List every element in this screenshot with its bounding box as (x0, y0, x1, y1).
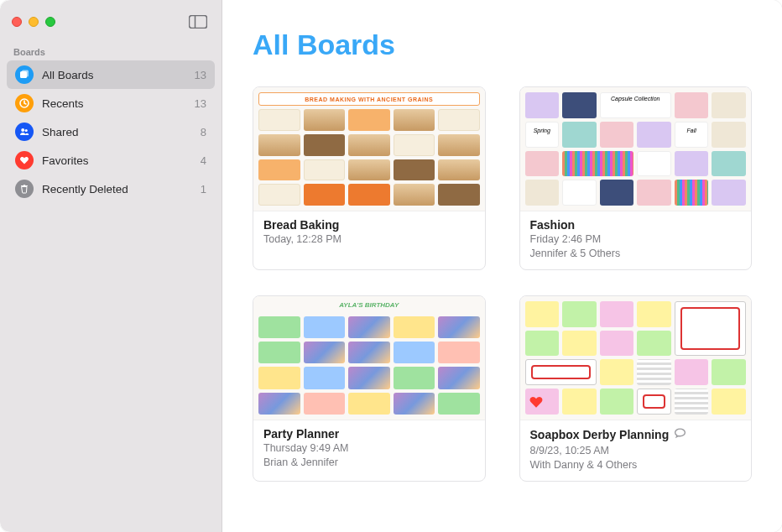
sidebar-list: All Boards 13 Recents 13 Shared 8 (0, 60, 222, 203)
board-thumbnail: AYLA'S BIRTHDAY (253, 296, 485, 420)
board-meta: Party Planner Thursday 9:49 AM Brian & J… (253, 420, 485, 478)
board-meta: Bread Baking Today, 12:28 PM (253, 211, 485, 255)
sidebar-item-count: 1 (201, 183, 206, 196)
sidebar-section-title: Boards (0, 44, 222, 60)
sidebar-item-shared[interactable]: Shared 8 (7, 117, 215, 146)
trash-icon (15, 180, 34, 198)
board-card[interactable]: Soapbox Derby Planning 8/9/23, 10:25 AM … (519, 295, 753, 482)
sidebar-item-count: 13 (195, 69, 206, 81)
svg-rect-0 (190, 16, 207, 29)
fullscreen-window-button[interactable] (45, 17, 55, 27)
board-card[interactable]: BREAD MAKING WITH ANCIENT GRAINS Bread B… (253, 86, 486, 270)
sidebar-item-label: Favorites (42, 154, 192, 167)
sidebar-item-recently-deleted[interactable]: Recently Deleted 1 (7, 175, 215, 203)
board-card[interactable]: AYLA'S BIRTHDAY Party Planner Thursday 9… (253, 295, 486, 482)
board-name: Bread Baking (263, 218, 475, 232)
toggle-sidebar-button[interactable] (186, 13, 210, 30)
favorite-heart-icon (529, 394, 544, 413)
sidebar-item-all-boards[interactable]: All Boards 13 (7, 60, 215, 89)
people-icon (15, 123, 34, 141)
board-thumbnail: BREAD MAKING WITH ANCIENT GRAINS (253, 87, 485, 211)
sidebar-icon (189, 15, 207, 29)
board-people: With Danny & 4 Others (530, 458, 742, 472)
board-card[interactable]: Capsule Collection SpringFall Fashion Fr… (519, 86, 753, 270)
sidebar-item-favorites[interactable]: Favorites 4 (7, 146, 215, 175)
svg-point-5 (21, 128, 24, 132)
sidebar-item-label: Recents (42, 97, 186, 110)
board-thumbnail (520, 296, 752, 420)
minimize-window-button[interactable] (29, 17, 39, 27)
sidebar-item-count: 4 (201, 154, 206, 167)
heart-icon (15, 151, 34, 170)
svg-rect-3 (22, 70, 29, 77)
board-time: Friday 2:46 PM (530, 232, 742, 247)
window-controls (12, 17, 55, 27)
sidebar-item-count: 13 (195, 97, 206, 110)
sidebar-item-label: Recently Deleted (42, 183, 192, 196)
main-content: All Boards BREAD MAKING WITH ANCIENT GRA… (222, 0, 782, 532)
sidebar-item-label: All Boards (42, 69, 186, 81)
board-thumbnail: Capsule Collection SpringFall (520, 87, 752, 211)
sidebar-item-label: Shared (42, 126, 192, 138)
thumb-title: BREAD MAKING WITH ANCIENT GRAINS (258, 92, 480, 106)
board-name: Fashion (530, 218, 742, 232)
boards-icon (15, 65, 34, 84)
titlebar (0, 0, 222, 44)
board-meta: Soapbox Derby Planning 8/9/23, 10:25 AM … (520, 420, 752, 481)
board-people: Jennifer & 5 Others (530, 247, 742, 261)
board-name: Soapbox Derby Planning (530, 428, 670, 441)
page-title: All Boards (253, 29, 752, 61)
board-grid: BREAD MAKING WITH ANCIENT GRAINS Bread B… (253, 86, 752, 482)
thumb-title: AYLA'S BIRTHDAY (258, 301, 480, 313)
clock-icon (15, 94, 34, 112)
sidebar-item-count: 8 (201, 126, 206, 138)
board-time: Today, 12:28 PM (263, 232, 475, 247)
board-time: 8/9/23, 10:25 AM (530, 444, 742, 458)
board-time: Thursday 9:49 AM (263, 441, 475, 456)
board-meta: Fashion Friday 2:46 PM Jennifer & 5 Othe… (520, 211, 752, 269)
board-name: Party Planner (263, 427, 475, 441)
svg-point-6 (25, 129, 28, 132)
close-window-button[interactable] (12, 17, 22, 27)
board-people: Brian & Jennifer (263, 456, 475, 470)
app-window: Boards All Boards 13 Recents 13 (0, 0, 782, 532)
sidebar-item-recents[interactable]: Recents 13 (7, 89, 215, 117)
sidebar: Boards All Boards 13 Recents 13 (0, 0, 222, 532)
comment-icon (674, 427, 686, 443)
